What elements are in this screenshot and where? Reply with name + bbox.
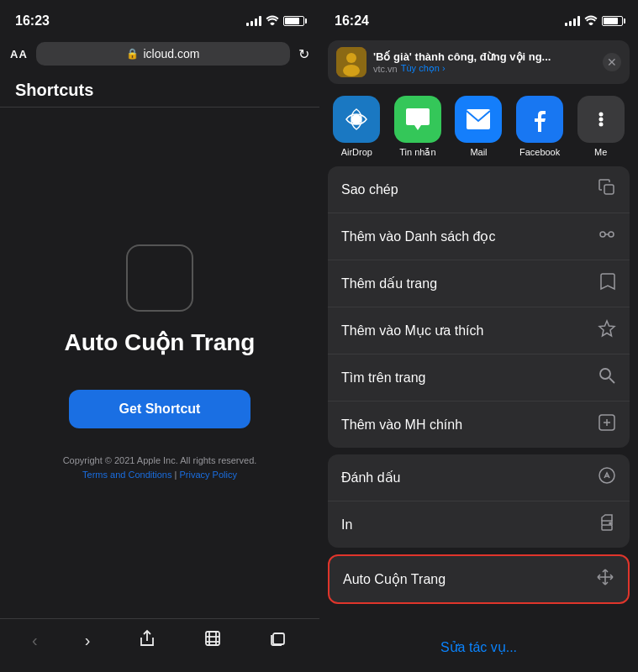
battery-icon-right — [602, 16, 623, 26]
star-icon — [598, 319, 616, 342]
menu-item-autoscroll-label: Auto Cuộn Trang — [343, 571, 446, 587]
readlist-icon — [598, 225, 616, 248]
back-button[interactable]: ‹ — [24, 627, 46, 654]
more-icon — [577, 96, 625, 143]
notif-thumbnail — [336, 47, 366, 77]
menu-item-markup-label: Đánh dấu — [341, 470, 401, 486]
svg-point-6 — [598, 113, 603, 117]
svg-point-11 — [609, 232, 614, 237]
terms-link[interactable]: Terms and Conditions — [82, 470, 171, 480]
share-menu-group-1: Sao chép Thêm vào Danh sách đọc — [328, 166, 630, 448]
share-menu-group-2: Đánh dấu In — [328, 454, 630, 548]
notification-close-button[interactable]: ✕ — [603, 53, 621, 71]
svg-rect-1 — [273, 633, 284, 644]
mail-label: Mail — [470, 147, 487, 157]
aa-button[interactable]: AA — [10, 48, 28, 60]
facebook-label: Facebook — [519, 147, 560, 157]
share-menu: Sao chép Thêm vào Danh sách đọc — [319, 166, 638, 629]
time-right: 16:24 — [335, 13, 369, 29]
share-apps-row: AirDrop Tin nhắn Mail — [319, 87, 638, 166]
facebook-icon — [516, 96, 563, 143]
notif-source: vtc.vn Tùy chọn › — [373, 63, 596, 74]
svg-point-7 — [598, 118, 603, 122]
menu-item-copy-label: Sao chép — [341, 182, 398, 197]
svg-point-12 — [600, 369, 610, 379]
print-icon — [598, 513, 616, 536]
airdrop-icon — [333, 96, 380, 143]
svg-point-8 — [598, 123, 603, 127]
share-menu-group-3: Auto Cuộn Trang — [328, 554, 630, 604]
lock-icon: 🔒 — [126, 48, 139, 60]
svg-point-3 — [346, 53, 356, 63]
notification-bar: 'Bố già' thành công, đừng vội ng... vtc.… — [328, 40, 630, 84]
tuy-chon-link[interactable]: Tùy chọn › — [401, 63, 446, 74]
share-app-facebook[interactable]: Facebook — [509, 96, 571, 158]
privacy-link[interactable]: Privacy Policy — [179, 470, 236, 480]
page-content-left: Auto Cuộn Trang Get Shortcut Copyright ©… — [0, 108, 319, 618]
notif-content: 'Bố già' thành công, đừng vội ng... vtc.… — [373, 50, 596, 74]
wifi-icon-left — [266, 15, 279, 28]
signal-icon-right — [565, 16, 580, 26]
share-button[interactable] — [129, 626, 165, 655]
page-header-left: Shortcuts — [0, 71, 319, 108]
svg-point-10 — [600, 232, 605, 237]
status-bar-left: 16:23 — [0, 0, 319, 37]
bottom-nav-left: ‹ › — [0, 618, 319, 672]
mail-icon — [455, 96, 502, 143]
time-left: 16:23 — [15, 13, 50, 29]
copy-icon — [598, 178, 616, 201]
copyright-text: Copyright © 2021 Apple Inc. All rights r… — [63, 454, 257, 481]
refresh-button[interactable]: ↻ — [298, 46, 309, 62]
more-label: Me — [594, 147, 607, 157]
wifi-icon-right — [584, 15, 598, 28]
menu-item-homescreen-label: Thêm vào MH chính — [341, 417, 462, 433]
edit-actions-button[interactable]: Sửa tác vụ... — [440, 639, 517, 655]
share-app-more[interactable]: Me — [570, 96, 631, 158]
add-icon — [598, 413, 616, 436]
signal-icon-left — [246, 16, 261, 26]
menu-item-readlist-label: Thêm vào Danh sách đọc — [341, 228, 495, 244]
address-bar: AA 🔒 icloud.com ↻ — [0, 37, 319, 71]
notif-title: 'Bố già' thành công, đừng vội ng... — [373, 50, 596, 63]
airdrop-label: AirDrop — [341, 147, 372, 157]
bookmark-icon — [599, 272, 616, 295]
status-bar-right: 16:24 — [319, 0, 638, 37]
menu-item-autoscroll[interactable]: Auto Cuộn Trang — [330, 556, 628, 602]
phone-right: 16:24 — [319, 0, 638, 672]
messages-label: Tin nhắn — [399, 147, 435, 158]
menu-item-print[interactable]: In — [328, 501, 630, 548]
forward-button[interactable]: › — [76, 627, 99, 654]
phone-left: 16:23 AA 🔒 icloud.com ↻ — [0, 0, 319, 672]
menu-item-favorites[interactable]: Thêm vào Mục ưa thích — [328, 307, 630, 354]
svg-rect-9 — [604, 185, 614, 194]
menu-item-markup[interactable]: Đánh dấu — [328, 454, 630, 501]
status-icons-left — [246, 15, 304, 28]
svg-rect-0 — [206, 632, 219, 645]
bookmarks-button[interactable] — [195, 626, 230, 655]
menu-item-print-label: In — [341, 517, 352, 533]
svg-point-14 — [599, 468, 614, 483]
share-app-airdrop[interactable]: AirDrop — [326, 96, 388, 158]
menu-item-bookmark-label: Thêm dấu trang — [341, 276, 437, 291]
share-app-mail[interactable]: Mail — [448, 96, 509, 158]
svg-rect-15 — [602, 525, 612, 530]
menu-item-readlist[interactable]: Thêm vào Danh sách đọc — [328, 213, 630, 260]
tabs-button[interactable] — [261, 626, 296, 655]
menu-item-favorites-label: Thêm vào Mục ưa thích — [341, 323, 483, 339]
get-shortcut-button[interactable]: Get Shortcut — [69, 390, 251, 428]
shortcut-name: Auto Cuộn Trang — [65, 328, 256, 356]
markup-icon — [598, 466, 616, 489]
move-icon — [596, 568, 614, 591]
menu-item-homescreen[interactable]: Thêm vào MH chính — [328, 402, 630, 448]
messages-icon — [394, 96, 441, 143]
search-icon — [598, 366, 616, 389]
url-bar[interactable]: 🔒 icloud.com — [36, 42, 290, 66]
status-icons-right — [565, 15, 623, 28]
page-title-left: Shortcuts — [15, 81, 93, 99]
menu-item-findpage[interactable]: Tìm trên trang — [328, 354, 630, 402]
battery-icon-left — [283, 16, 304, 26]
menu-item-copy[interactable]: Sao chép — [328, 166, 630, 213]
menu-item-bookmark[interactable]: Thêm dấu trang — [328, 260, 630, 307]
menu-item-findpage-label: Tìm trên trang — [341, 370, 425, 386]
share-app-messages[interactable]: Tin nhắn — [388, 96, 449, 158]
